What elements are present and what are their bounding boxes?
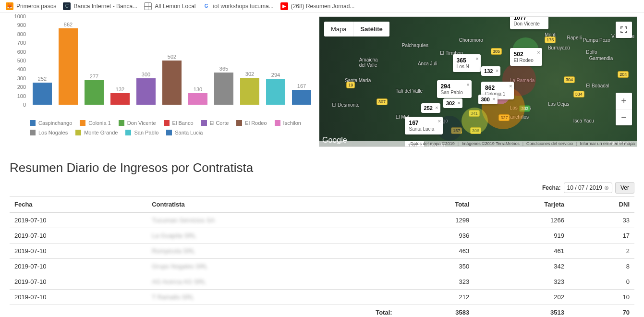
legend-item[interactable]: El Banco xyxy=(164,120,194,126)
map-locality: Anca Juli xyxy=(418,61,437,66)
footer-label: Total: xyxy=(147,305,397,317)
cell-total: 350 xyxy=(397,259,474,274)
map-locality: Las Cejas xyxy=(548,101,569,107)
legend-swatch xyxy=(236,120,242,126)
table-row: 2019-07-10T Ramallo SRL21220210 xyxy=(10,290,634,305)
close-icon[interactable]: × xyxy=(543,16,546,19)
map-fullscreen-button[interactable] xyxy=(616,22,632,38)
map-info-window[interactable]: ×302 xyxy=(443,98,462,108)
bookmark-1[interactable]: CBanca Internet - Banca... xyxy=(63,2,137,10)
cell-tarjeta: 919 xyxy=(474,228,569,244)
map-locality: Palchaquíes xyxy=(402,43,428,48)
bookmark-4[interactable]: ▶(268) Resumen Jornad... xyxy=(280,2,355,10)
map-info-window[interactable]: ×1077Don Vicente xyxy=(510,16,548,29)
legend-item[interactable]: Caspinchango xyxy=(30,120,72,126)
map[interactable]: Mapa Satélite + − Google Datos del mapa … xyxy=(319,16,637,147)
bar-value-label: 167 xyxy=(297,83,306,89)
map-info-window[interactable]: ×365Los N xyxy=(453,54,481,72)
cell-contratista: Tucuman Servicios SA xyxy=(147,212,397,228)
legend-item[interactable]: San Pablo xyxy=(125,130,158,135)
map-zoom-out[interactable]: − xyxy=(616,109,632,125)
table-row: 2019-07-10AG Acerca AG SRL3233230 xyxy=(10,274,634,290)
route-badge: 204 xyxy=(618,71,629,78)
legend-label: San Pablo xyxy=(134,130,158,135)
map-type-map[interactable]: Mapa xyxy=(324,22,353,37)
bookmark-0[interactable]: 🦊Primeros pasos xyxy=(6,2,56,10)
y-tick: 500 xyxy=(17,58,26,63)
legend-item[interactable]: Don Vicente xyxy=(119,120,156,126)
filter-row: Fecha: 10 / 07 / 2019 ⊗ Ver xyxy=(10,182,634,194)
bar-caspinchango: 252 xyxy=(33,76,52,105)
map-info-window[interactable]: ×502El Rodeo xyxy=(510,48,542,66)
map-info-window[interactable]: ×167Santa Lucia xyxy=(405,117,443,134)
footer-total: 3583 xyxy=(397,305,474,317)
close-icon[interactable]: × xyxy=(435,105,438,110)
map-attr-link[interactable]: Informar un error en el mapa xyxy=(580,141,635,146)
map-locality: Monti xyxy=(545,32,556,37)
cell-fecha: 2019-07-10 xyxy=(10,290,147,305)
close-icon[interactable]: × xyxy=(509,83,512,89)
y-tick: 400 xyxy=(17,66,26,72)
route-badge: 175 xyxy=(545,37,556,43)
map-info-window[interactable]: ×300 xyxy=(478,95,498,104)
y-tick: 100 xyxy=(17,93,26,99)
bar-rect xyxy=(240,78,259,105)
map-attr-link[interactable]: Datos del mapa ©2019 xyxy=(411,141,455,146)
cell-dni: 10 xyxy=(569,290,634,305)
legend-item[interactable]: Colonia 1 xyxy=(80,120,110,126)
section-title: Resumen Diario de Ingresos por Contratis… xyxy=(10,160,634,175)
bar-value-label: 365 xyxy=(219,66,228,72)
legend-item[interactable]: Monte Grande xyxy=(75,130,118,135)
bar-rect xyxy=(292,90,311,105)
cell-dni: 0 xyxy=(569,274,634,290)
bookmark-3[interactable]: Giot workshops tucuma... xyxy=(203,2,274,10)
map-info-window[interactable]: ×132 xyxy=(481,66,500,76)
bar-ischilon: 130 xyxy=(188,86,207,105)
legend-item[interactable]: Santa Lucia xyxy=(166,130,203,135)
date-input[interactable]: 10 / 07 / 2019 ⊗ xyxy=(564,183,612,193)
map-locality: Tafí del Valle xyxy=(396,88,423,94)
map-info-window[interactable]: ×294San Pablo xyxy=(437,80,472,98)
legend-item[interactable]: Ischilon xyxy=(275,120,301,126)
legend-item[interactable]: El Corte xyxy=(201,120,229,126)
filter-label: Fecha: xyxy=(542,184,561,191)
close-icon[interactable]: × xyxy=(475,56,478,61)
footer-tarjeta: 3513 xyxy=(474,305,569,317)
bar-value-label: 252 xyxy=(38,76,47,82)
route-badge: 19 xyxy=(346,82,355,88)
route-badge: 303 xyxy=(519,105,530,112)
map-info-window[interactable]: ×252 xyxy=(421,103,440,113)
close-icon[interactable]: × xyxy=(492,96,495,102)
map-zoom-in[interactable]: + xyxy=(616,93,632,109)
close-icon[interactable]: × xyxy=(466,82,469,87)
cell-total: 1299 xyxy=(397,212,474,228)
legend-item[interactable]: Los Nogales xyxy=(30,130,68,135)
chart-bars: 252862277132300502130365302294167 xyxy=(30,16,314,105)
bar-value-label: 277 xyxy=(90,73,98,79)
close-icon[interactable]: × xyxy=(496,68,498,73)
clear-date-icon[interactable]: ⊗ xyxy=(604,184,609,191)
cell-fecha: 2019-07-10 xyxy=(10,259,147,274)
bookmark-2[interactable]: All Lemon Local xyxy=(144,2,195,10)
cell-total: 936 xyxy=(397,228,474,244)
legend-item[interactable]: El Rodeo xyxy=(236,120,267,126)
fullscreen-icon xyxy=(620,26,628,34)
bar-value-label: 300 xyxy=(142,72,150,77)
legend-label: Ischilon xyxy=(283,120,301,126)
close-icon[interactable]: × xyxy=(537,49,540,55)
map-type-satellite[interactable]: Satélite xyxy=(353,22,389,37)
y-tick: 700 xyxy=(17,40,26,46)
y-tick: 200 xyxy=(17,84,26,90)
ver-button[interactable]: Ver xyxy=(615,182,634,194)
map-locality: Los Ralos xyxy=(510,105,531,110)
close-icon[interactable]: × xyxy=(457,100,460,106)
legend-swatch xyxy=(125,130,131,135)
map-locality: Santa María xyxy=(345,78,371,83)
close-icon[interactable]: × xyxy=(438,118,441,124)
legend-swatch xyxy=(30,120,36,126)
map-attr-link[interactable]: Imágenes ©2019 TerraMetrics xyxy=(462,141,520,146)
bar-chart: 01002003004005006007008009001000 2528622… xyxy=(7,16,314,117)
map-attr-link[interactable]: Condiciones del servicio xyxy=(526,141,573,146)
bar-rect xyxy=(214,73,233,105)
cell-tarjeta: 202 xyxy=(474,290,569,305)
